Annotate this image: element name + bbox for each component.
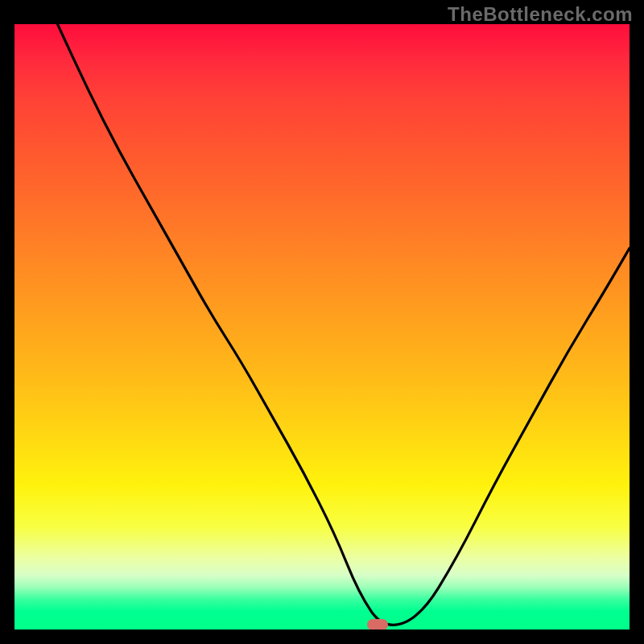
- bottleneck-curve: [58, 24, 630, 625]
- curve-svg: [14, 24, 630, 630]
- optimal-marker: [367, 619, 388, 630]
- plot-area: [14, 24, 630, 630]
- watermark-text: TheBottleneck.com: [448, 3, 633, 26]
- chart-frame: TheBottleneck.com: [0, 0, 644, 644]
